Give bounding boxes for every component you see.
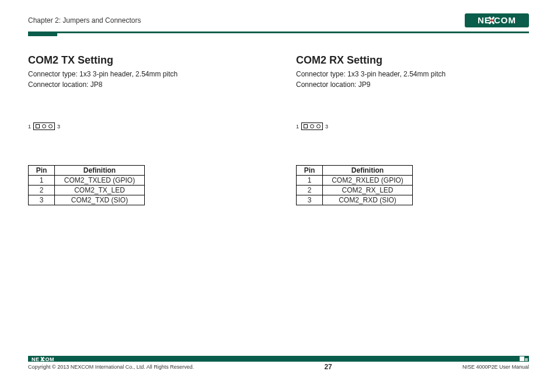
svg-text:NE COM: NE COM: [32, 356, 54, 362]
th-def: Definition: [55, 166, 145, 176]
connector-location-tx: Connector location: JP8: [28, 79, 261, 90]
table-row: 2 COM2_RX_LED: [297, 186, 413, 195]
table-row: 2 COM2_TX_LED: [29, 186, 145, 195]
copyright-text: Copyright © 2013 NEXCOM International Co…: [28, 364, 194, 370]
footer-rule: NE COM: [28, 356, 529, 362]
table-row: 3 COM2_TXD (SIO): [29, 195, 145, 205]
table-row: 1 COM2_RXLED (GPIO): [297, 176, 413, 186]
svg-text:NE COM: NE COM: [478, 15, 516, 25]
footer-squares-icon: [520, 356, 528, 361]
connector-location-rx: Connector location: JP9: [296, 79, 529, 90]
connector-type-tx: Connector type: 1x3 3-pin header, 2.54mm…: [28, 69, 261, 79]
pin-label-right: 3: [57, 124, 60, 130]
pin-label-left: 1: [296, 124, 299, 130]
nexcom-logo-footer: NE COM: [32, 356, 69, 362]
th-def: Definition: [323, 166, 413, 176]
svg-point-2: [490, 19, 493, 22]
pin-label-right: 3: [325, 124, 328, 130]
nexcom-logo-top: NE COM: [465, 13, 529, 27]
com2-tx-section: COM2 TX Setting Connector type: 1x3 3-pi…: [28, 54, 261, 205]
table-row: 3 COM2_RXD (SIO): [297, 195, 413, 205]
section-title-tx: COM2 TX Setting: [28, 54, 261, 66]
chapter-title: Chapter 2: Jumpers and Connectors: [28, 16, 141, 24]
pin-header-icon: [301, 123, 323, 130]
pin-label-left: 1: [28, 124, 31, 130]
header-rule: [28, 32, 529, 33]
com2-rx-section: COM2 RX Setting Connector type: 1x3 3-pi…: [296, 54, 529, 205]
pin-table-rx: Pin Definition 1 COM2_RXLED (GPIO) 2 COM…: [296, 165, 413, 205]
pin-diagram-tx: 1 3: [28, 123, 261, 130]
section-title-rx: COM2 RX Setting: [296, 54, 529, 66]
th-pin: Pin: [29, 166, 55, 176]
th-pin: Pin: [297, 166, 323, 176]
page-number: 27: [324, 363, 332, 371]
connector-type-rx: Connector type: 1x3 3-pin header, 2.54mm…: [296, 69, 529, 79]
pin-table-tx: Pin Definition 1 COM2_TXLED (GPIO) 2 COM…: [28, 165, 145, 205]
pin-diagram-rx: 1 3: [296, 123, 529, 130]
table-row: 1 COM2_TXLED (GPIO): [29, 176, 145, 186]
pin-header-icon: [33, 123, 55, 130]
manual-name: NISE 4000P2E User Manual: [462, 364, 529, 370]
